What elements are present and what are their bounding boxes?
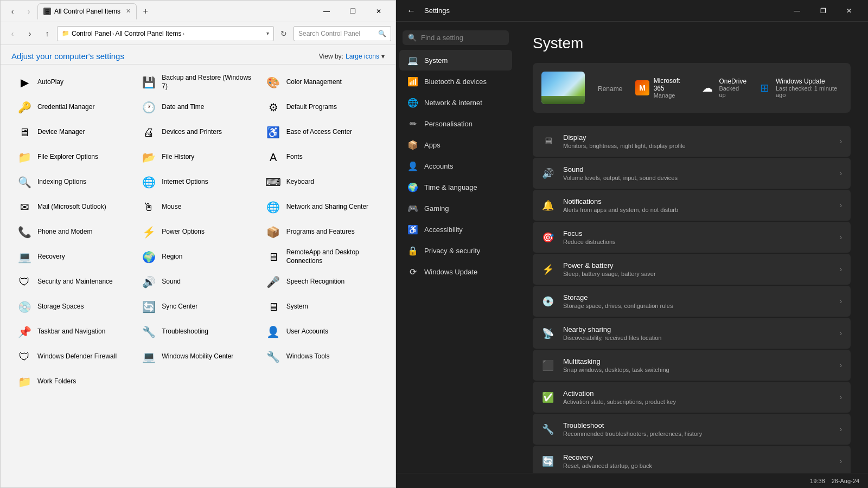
refresh-button[interactable]: ↻ xyxy=(276,26,291,41)
settings-item-nearby-sharing[interactable]: 📡 Nearby sharing Discoverability, receiv… xyxy=(533,318,851,349)
cp-win-controls: — ❐ ✕ xyxy=(314,3,391,20)
cp-item[interactable]: ✉ Mail (Microsoft Outlook) xyxy=(11,195,136,220)
cp-item[interactable]: 💿 Storage Spaces xyxy=(11,294,136,319)
forward-button[interactable]: › xyxy=(22,26,37,41)
sidebar-item-time--language[interactable]: 🌍 Time & language xyxy=(399,177,512,197)
cp-item[interactable]: 🖥 RemoteApp and Desktop Connections xyxy=(260,245,385,269)
search-bar[interactable]: Search Control Panel 🔍 xyxy=(293,26,391,41)
hero-app-m365[interactable]: M Microsoft 365 Manage xyxy=(635,77,688,99)
settings-back-button[interactable]: ← xyxy=(403,4,420,18)
sidebar-item-system[interactable]: 💻 System xyxy=(399,50,512,70)
wupdate-sub: Last checked: 1 minute ago xyxy=(776,85,842,98)
sidebar-item-network--internet[interactable]: 🌐 Network & internet xyxy=(399,92,512,113)
cp-maximize-button[interactable]: ❐ xyxy=(340,3,365,20)
cp-item[interactable]: 🔊 Sound xyxy=(136,269,260,294)
hero-app-wupdate[interactable]: ⊞ Windows Update Last checked: 1 minute … xyxy=(758,77,842,99)
settings-close-button[interactable]: ✕ xyxy=(837,3,861,19)
sidebar-item-apps[interactable]: 📦 Apps xyxy=(399,134,512,155)
cp-item[interactable]: 📁 Work Folders xyxy=(11,369,136,394)
cp-tab-main[interactable]: 🖥 All Control Panel Items ✕ xyxy=(37,3,137,20)
cp-minimize-button[interactable]: — xyxy=(314,3,339,20)
desktop-thumbnail[interactable] xyxy=(541,72,585,104)
cp-item[interactable]: 🌐 Network and Sharing Center xyxy=(260,195,385,220)
cp-item[interactable]: ⌨ Keyboard xyxy=(260,170,385,195)
cp-item[interactable]: A Fonts xyxy=(260,145,385,170)
breadcrumb-cp[interactable]: Control Panel xyxy=(72,30,111,37)
cp-nav-back[interactable]: ‹ xyxy=(5,4,20,19)
settings-statusbar: 19:38 26-Aug-24 xyxy=(396,473,868,488)
cp-item[interactable]: 🔧 Troubleshooting xyxy=(136,319,260,344)
cp-item[interactable]: 🌐 Internet Options xyxy=(136,170,260,195)
cp-header: Adjust your computer's settings View by:… xyxy=(1,45,395,65)
cp-item[interactable]: 👤 User Accounts xyxy=(260,319,385,344)
viewby-chevron[interactable]: ▾ xyxy=(381,53,385,60)
cp-item[interactable]: 🔑 Credential Manager xyxy=(11,95,136,120)
sidebar-item-privacy--security[interactable]: 🔒 Privacy & security xyxy=(399,240,512,261)
breadcrumb-items[interactable]: All Control Panel Items xyxy=(115,30,181,37)
cp-item[interactable]: 📞 Phone and Modem xyxy=(11,220,136,245)
settings-item-power--battery[interactable]: ⚡ Power & battery Sleep, battery usage, … xyxy=(533,254,851,285)
cp-item[interactable]: ▶ AutoPlay xyxy=(11,70,136,95)
cp-item[interactable]: 🕐 Date and Time xyxy=(136,95,260,120)
cp-item[interactable]: 🖨 Devices and Printers xyxy=(136,120,260,145)
address-dropdown-icon[interactable]: ▾ xyxy=(266,30,269,36)
up-button[interactable]: ↑ xyxy=(40,26,55,41)
cp-item[interactable]: 🔍 Indexing Options xyxy=(11,170,136,195)
cp-item[interactable]: 🎨 Color Management xyxy=(260,70,385,95)
sidebar-item-windows-update[interactable]: ⟳ Windows Update xyxy=(399,261,512,282)
cp-item[interactable]: 🎤 Speech Recognition xyxy=(260,269,385,294)
cp-item[interactable]: 🌍 Region xyxy=(136,245,260,269)
settings-item-multitasking[interactable]: ⬛ Multitasking Snap windows, desktops, t… xyxy=(533,350,851,381)
viewby-value[interactable]: Large icons xyxy=(346,53,379,60)
settings-search-bar[interactable]: 🔍 Find a setting xyxy=(403,30,509,45)
settings-item-storage[interactable]: 💿 Storage Storage space, drives, configu… xyxy=(533,286,851,317)
cp-grid: ▶ AutoPlay 💾 Backup and Restore (Windows… xyxy=(11,70,385,394)
cp-close-button[interactable]: ✕ xyxy=(366,3,391,20)
cp-tab-close[interactable]: ✕ xyxy=(126,8,131,15)
settings-item-notifications[interactable]: 🔔 Notifications Alerts from apps and sys… xyxy=(533,190,851,221)
settings-item-activation[interactable]: ✅ Activation Activation state, subscript… xyxy=(533,382,851,413)
cp-item-icon: 🔍 xyxy=(16,174,33,191)
cp-item[interactable]: 🔧 Windows Tools xyxy=(260,344,385,369)
cp-item[interactable]: 💾 Backup and Restore (Windows 7) xyxy=(136,70,260,95)
cp-item[interactable]: 🖥 Device Manager xyxy=(11,120,136,145)
sidebar-item-bluetooth--devices[interactable]: 📶 Bluetooth & devices xyxy=(399,71,512,92)
settings-item-icon: ✅ xyxy=(541,391,554,404)
cp-new-tab[interactable]: + xyxy=(138,4,153,19)
rename-label[interactable]: Rename xyxy=(598,85,622,93)
cp-item[interactable]: 📦 Programs and Features xyxy=(260,220,385,245)
sidebar-item-personalisation[interactable]: ✏ Personalisation xyxy=(399,113,512,134)
sidebar-item-accessibility[interactable]: ♿ Accessibility xyxy=(399,219,512,240)
cp-item[interactable]: ⚙ Default Programs xyxy=(260,95,385,120)
cp-item[interactable]: 📌 Taskbar and Navigation xyxy=(11,319,136,344)
cp-nav-forward[interactable]: › xyxy=(21,4,36,19)
settings-maximize-button[interactable]: ❐ xyxy=(810,3,835,19)
cp-item[interactable]: 📁 File Explorer Options xyxy=(11,145,136,170)
settings-item-text: Power & battery Sleep, battery usage, ba… xyxy=(563,261,831,277)
cp-item[interactable]: 🖱 Mouse xyxy=(136,195,260,220)
cp-item[interactable]: 📂 File History xyxy=(136,145,260,170)
cp-item[interactable]: 💻 Recovery xyxy=(11,245,136,269)
address-bar[interactable]: 📁 Control Panel › All Control Panel Item… xyxy=(57,26,274,41)
cp-item[interactable]: 🛡 Security and Maintenance xyxy=(11,269,136,294)
settings-item-display[interactable]: 🖥 Display Monitors, brightness, night li… xyxy=(533,126,851,157)
sidebar-item-gaming[interactable]: 🎮 Gaming xyxy=(399,198,512,219)
cp-item-icon: ⚙ xyxy=(265,99,282,116)
settings-item-focus[interactable]: 🎯 Focus Reduce distractions › xyxy=(533,222,851,253)
settings-item-sound[interactable]: 🔊 Sound Volume levels, output, input, so… xyxy=(533,158,851,189)
settings-minimize-button[interactable]: — xyxy=(784,3,809,19)
cp-item[interactable]: ♿ Ease of Access Center xyxy=(260,120,385,145)
cp-item-label: Recovery xyxy=(37,253,65,261)
cp-item[interactable]: ⚡ Power Options xyxy=(136,220,260,245)
back-button[interactable]: ‹ xyxy=(5,26,20,41)
cp-item[interactable]: 💻 Windows Mobility Center xyxy=(136,344,260,369)
sidebar-item-accounts[interactable]: 👤 Accounts xyxy=(399,156,512,176)
settings-sidebar: 🔍 Find a setting 💻 System 📶 Bluetooth & … xyxy=(396,22,515,473)
settings-item-troubleshoot[interactable]: 🔧 Troubleshoot Recommended troubleshoote… xyxy=(533,414,851,445)
cp-item[interactable]: 🔄 Sync Center xyxy=(136,294,260,319)
cp-item-icon: 🔑 xyxy=(16,99,33,116)
hero-app-onedrive[interactable]: ☁ OneDrive Backed up xyxy=(700,77,747,99)
cp-item[interactable]: 🛡 Windows Defender Firewall xyxy=(11,344,136,369)
cp-item[interactable]: 🖥 System xyxy=(260,294,385,319)
settings-item-recovery[interactable]: 🔄 Recovery Reset, advanced startup, go b… xyxy=(533,446,851,473)
